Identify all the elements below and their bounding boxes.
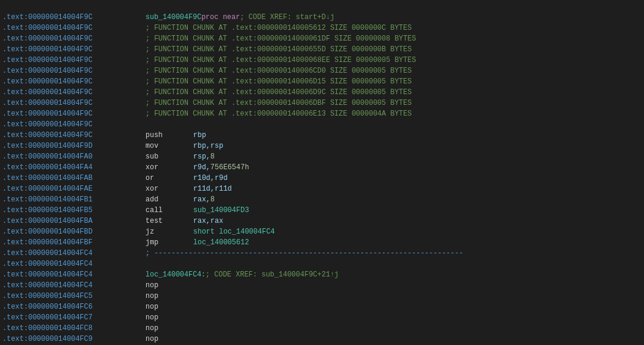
code-line: .text:000000014004FC7 nop: [0, 313, 644, 324]
code-line: .text:000000014004FC8 nop: [0, 324, 644, 334]
code-line: .text:000000014004F9C ; FUNCTION CHUNK A…: [0, 55, 644, 66]
code-line: .text:000000014004FC4 loc_140004FC4: ; C…: [0, 270, 644, 281]
code-line: .text:000000014004FB1 add rax, 8: [0, 195, 644, 206]
code-line: .text:000000014004F9C ; FUNCTION CHUNK A…: [0, 66, 644, 77]
code-line: .text:000000014004FB5 call sub_140004FD3: [0, 206, 644, 216]
code-line: .text:000000014004FC6 nop: [0, 302, 644, 313]
code-line: .text:000000014004FC4: [0, 259, 644, 270]
code-line: .text:000000014004F9C ; FUNCTION CHUNK A…: [0, 98, 644, 109]
code-line: .text:000000014004FBF jmp loc_140005612: [0, 238, 644, 248]
code-line: .text:000000014004FBD jz short loc_14000…: [0, 227, 644, 238]
code-line: .text:000000014004F9C: [0, 120, 644, 130]
code-line: .text:000000014004FA0 sub rsp, 8: [0, 152, 644, 163]
code-line: .text:000000014004FAE xor r11d, r11d: [0, 184, 644, 195]
code-line: .text:000000014004F9C ; FUNCTION CHUNK A…: [0, 23, 644, 34]
code-line: .text:000000014004FA4 xor r9d, 756E6547h: [0, 163, 644, 173]
code-line: .text:000000014004F9C ; FUNCTION CHUNK A…: [0, 34, 644, 45]
code-line: .text:000000014004FBA test rax, rax: [0, 216, 644, 227]
code-line: .text:000000014004F9D mov rbp, rsp: [0, 141, 644, 152]
code-line: .text:000000014004F9C sub_140004F9C proc…: [0, 13, 644, 23]
code-line: .text:000000014004F9C ; FUNCTION CHUNK A…: [0, 109, 644, 120]
code-line: .text:000000014004FC4 ; ----------------…: [0, 248, 644, 259]
code-line: .text:000000014004F9C ; FUNCTION CHUNK A…: [0, 88, 644, 98]
code-line: .text:000000014004F9C push rbp: [0, 130, 644, 141]
disassembly-view: .text:000000014004F9C sub_140004F9C proc…: [0, 0, 644, 345]
code-line: .text:000000014004FC4 nop: [0, 281, 644, 291]
code-line: .text:000000014004F9C ; FUNCTION CHUNK A…: [0, 45, 644, 55]
code-line: .text:000000014004FC9 nop: [0, 334, 644, 345]
code-line: .text:000000014004F9C ; FUNCTION CHUNK A…: [0, 77, 644, 88]
code-line: .text:000000014004FC5 nop: [0, 291, 644, 302]
code-line: .text:000000014004FAB or r10d, r9d: [0, 173, 644, 184]
